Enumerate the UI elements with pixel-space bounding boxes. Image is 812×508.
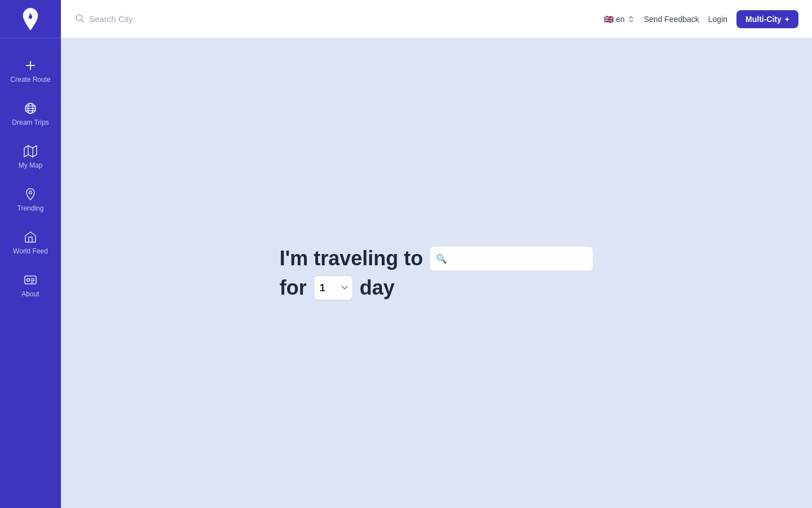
flag-icon: 🇬🇧 (604, 15, 614, 24)
login-button[interactable]: Login (708, 15, 727, 24)
days-select[interactable]: 1 2 3 4 5 6 7 8 9 10 (314, 275, 353, 300)
map-icon (24, 144, 37, 158)
logo[interactable] (0, 0, 61, 38)
travel-phrase-3: day (360, 276, 395, 300)
multi-city-label: Multi-City (745, 15, 782, 24)
content-area: I'm traveling to 🔍 for 1 2 3 4 5 6 7 8 (61, 38, 812, 508)
svg-point-11 (29, 191, 32, 194)
svg-line-18 (81, 20, 83, 22)
sidebar-nav: Create Route Dream Trips My Map (0, 38, 61, 307)
sidebar-item-world-feed[interactable]: World Feed (0, 221, 61, 264)
multi-city-plus: + (785, 15, 789, 24)
svg-marker-8 (24, 146, 37, 157)
city-input-wrapper[interactable]: 🔍 (430, 246, 593, 271)
sidebar-item-label: Create Route (10, 76, 50, 84)
travel-line-1: I'm traveling to 🔍 (280, 246, 594, 271)
travel-phrase-2: for (280, 276, 307, 300)
header: 🇬🇧 en Send Feedback Login Multi-City + (61, 0, 812, 38)
location-icon (24, 187, 37, 201)
city-search-input[interactable] (452, 253, 586, 264)
home-icon (24, 230, 37, 244)
sidebar: Create Route Dream Trips My Map (0, 0, 61, 508)
travel-phrase-1: I'm traveling to (280, 247, 423, 270)
travel-form: I'm traveling to 🔍 for 1 2 3 4 5 6 7 8 (280, 246, 594, 300)
id-card-icon (24, 273, 37, 287)
sidebar-item-dream-trips[interactable]: Dream Trips (0, 93, 61, 135)
sidebar-item-label: About (21, 290, 39, 298)
language-selector[interactable]: 🇬🇧 en (604, 15, 635, 24)
sidebar-item-label: World Feed (13, 247, 48, 255)
sidebar-item-label: Dream Trips (12, 119, 48, 126)
sidebar-item-create-route[interactable]: Create Route (0, 50, 61, 93)
multi-city-button[interactable]: Multi-City + (736, 10, 798, 28)
header-right: 🇬🇧 en Send Feedback Login Multi-City + (604, 10, 798, 28)
svg-point-0 (29, 15, 32, 18)
sidebar-item-my-map[interactable]: My Map (0, 135, 61, 178)
search-emoji: 🔍 (436, 253, 447, 264)
main-content: 🇬🇧 en Send Feedback Login Multi-City + I… (61, 0, 812, 508)
chevron-updown-icon (627, 15, 635, 23)
lang-code: en (616, 15, 625, 24)
logo-icon (19, 7, 42, 31)
sidebar-item-label: My Map (19, 161, 43, 169)
svg-point-13 (27, 279, 30, 282)
travel-line-2: for 1 2 3 4 5 6 7 8 9 10 day (280, 275, 594, 300)
sidebar-item-trending[interactable]: Trending (0, 178, 61, 221)
sidebar-item-label: Trending (17, 204, 44, 212)
search-icon (74, 13, 85, 25)
sidebar-item-about[interactable]: About (0, 264, 61, 307)
plus-icon (24, 59, 37, 72)
send-feedback-button[interactable]: Send Feedback (644, 15, 699, 24)
search-input[interactable] (89, 14, 213, 24)
globe-icon (24, 102, 37, 115)
search-area (74, 13, 597, 25)
